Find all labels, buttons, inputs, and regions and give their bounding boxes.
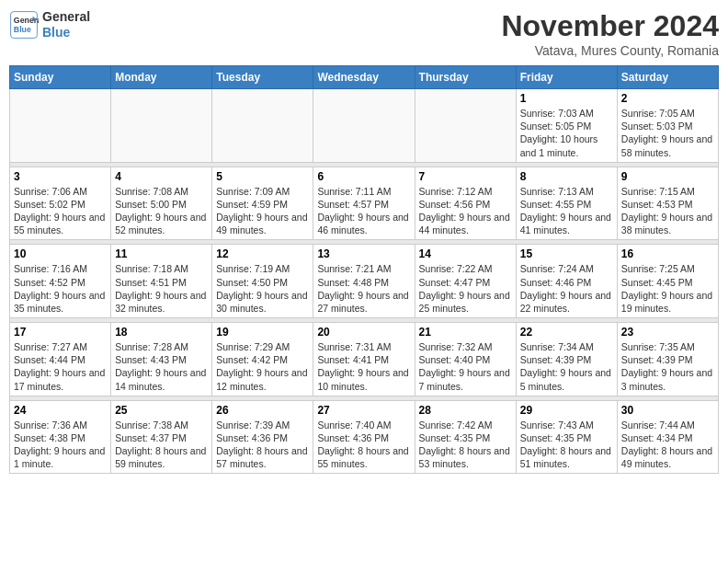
calendar-cell: 12Sunrise: 7:19 AMSunset: 4:50 PMDayligh… bbox=[212, 245, 313, 318]
day-number: 24 bbox=[14, 404, 107, 417]
day-info: Sunrise: 7:06 AMSunset: 5:02 PMDaylight:… bbox=[14, 185, 107, 237]
logo-general: General bbox=[42, 9, 90, 25]
calendar-cell: 14Sunrise: 7:22 AMSunset: 4:47 PMDayligh… bbox=[415, 245, 516, 318]
day-info: Sunrise: 7:34 AMSunset: 4:39 PMDaylight:… bbox=[520, 340, 613, 393]
header-friday: Friday bbox=[516, 66, 617, 89]
day-number: 28 bbox=[419, 404, 512, 417]
calendar-cell: 24Sunrise: 7:36 AMSunset: 4:38 PMDayligh… bbox=[10, 400, 111, 474]
day-number: 20 bbox=[317, 326, 410, 339]
calendar-cell: 9Sunrise: 7:15 AMSunset: 4:53 PMDaylight… bbox=[617, 167, 718, 240]
day-number: 23 bbox=[621, 326, 714, 339]
calendar-cell: 13Sunrise: 7:21 AMSunset: 4:48 PMDayligh… bbox=[313, 245, 415, 318]
calendar-cell: 26Sunrise: 7:39 AMSunset: 4:36 PMDayligh… bbox=[212, 400, 313, 474]
day-number: 13 bbox=[317, 247, 410, 260]
day-info: Sunrise: 7:12 AMSunset: 4:56 PMDaylight:… bbox=[419, 185, 512, 237]
day-number: 18 bbox=[115, 326, 208, 339]
calendar-cell bbox=[10, 89, 111, 163]
location-subtitle: Vatava, Mures County, Romania bbox=[501, 43, 719, 58]
logo-icon: General Blue bbox=[9, 10, 39, 40]
calendar-week-3: 10Sunrise: 7:16 AMSunset: 4:52 PMDayligh… bbox=[10, 245, 719, 318]
calendar-cell: 25Sunrise: 7:38 AMSunset: 4:37 PMDayligh… bbox=[111, 400, 212, 474]
svg-text:Blue: Blue bbox=[14, 25, 31, 34]
day-info: Sunrise: 7:15 AMSunset: 4:53 PMDaylight:… bbox=[621, 185, 714, 237]
day-number: 11 bbox=[115, 247, 208, 260]
calendar-cell: 22Sunrise: 7:34 AMSunset: 4:39 PMDayligh… bbox=[516, 323, 617, 396]
month-title: November 2024 bbox=[501, 9, 719, 43]
day-info: Sunrise: 7:42 AMSunset: 4:35 PMDaylight:… bbox=[419, 419, 512, 471]
calendar-cell: 5Sunrise: 7:09 AMSunset: 4:59 PMDaylight… bbox=[212, 167, 313, 240]
svg-text:General: General bbox=[14, 16, 39, 25]
logo: General Blue General Blue bbox=[9, 9, 90, 40]
day-number: 2 bbox=[621, 92, 714, 105]
calendar-cell: 18Sunrise: 7:28 AMSunset: 4:43 PMDayligh… bbox=[111, 323, 212, 396]
day-number: 19 bbox=[216, 326, 309, 339]
header-thursday: Thursday bbox=[415, 66, 516, 89]
calendar-week-4: 17Sunrise: 7:27 AMSunset: 4:44 PMDayligh… bbox=[10, 323, 719, 396]
calendar-cell: 28Sunrise: 7:42 AMSunset: 4:35 PMDayligh… bbox=[415, 400, 516, 474]
day-info: Sunrise: 7:19 AMSunset: 4:50 PMDaylight:… bbox=[216, 262, 309, 315]
day-info: Sunrise: 7:40 AMSunset: 4:36 PMDaylight:… bbox=[317, 419, 410, 471]
calendar-cell: 11Sunrise: 7:18 AMSunset: 4:51 PMDayligh… bbox=[111, 245, 212, 318]
calendar-week-5: 24Sunrise: 7:36 AMSunset: 4:38 PMDayligh… bbox=[10, 400, 719, 474]
header-sunday: Sunday bbox=[10, 66, 111, 89]
day-info: Sunrise: 7:38 AMSunset: 4:37 PMDaylight:… bbox=[115, 419, 208, 471]
day-info: Sunrise: 7:35 AMSunset: 4:39 PMDaylight:… bbox=[621, 340, 714, 393]
calendar-header-row: SundayMondayTuesdayWednesdayThursdayFrid… bbox=[10, 66, 719, 89]
page-header: General Blue General Blue November 2024 … bbox=[9, 9, 719, 58]
day-number: 12 bbox=[216, 247, 309, 260]
calendar-cell: 19Sunrise: 7:29 AMSunset: 4:42 PMDayligh… bbox=[212, 323, 313, 396]
calendar-cell bbox=[415, 89, 516, 163]
calendar-table: SundayMondayTuesdayWednesdayThursdayFrid… bbox=[9, 65, 719, 474]
calendar-cell: 7Sunrise: 7:12 AMSunset: 4:56 PMDaylight… bbox=[415, 167, 516, 240]
day-info: Sunrise: 7:31 AMSunset: 4:41 PMDaylight:… bbox=[317, 340, 410, 393]
header-tuesday: Tuesday bbox=[212, 66, 313, 89]
calendar-cell bbox=[111, 89, 212, 163]
calendar-cell: 6Sunrise: 7:11 AMSunset: 4:57 PMDaylight… bbox=[313, 167, 415, 240]
day-number: 17 bbox=[14, 326, 107, 339]
day-number: 22 bbox=[520, 326, 613, 339]
logo-blue: Blue bbox=[42, 25, 90, 40]
calendar-cell: 3Sunrise: 7:06 AMSunset: 5:02 PMDaylight… bbox=[10, 167, 111, 240]
calendar-cell: 16Sunrise: 7:25 AMSunset: 4:45 PMDayligh… bbox=[617, 245, 718, 318]
calendar-cell: 27Sunrise: 7:40 AMSunset: 4:36 PMDayligh… bbox=[313, 400, 415, 474]
day-number: 8 bbox=[520, 170, 613, 183]
calendar-cell: 17Sunrise: 7:27 AMSunset: 4:44 PMDayligh… bbox=[10, 323, 111, 396]
calendar-cell: 29Sunrise: 7:43 AMSunset: 4:35 PMDayligh… bbox=[516, 400, 617, 474]
calendar-cell: 20Sunrise: 7:31 AMSunset: 4:41 PMDayligh… bbox=[313, 323, 415, 396]
day-number: 10 bbox=[14, 247, 107, 260]
day-number: 14 bbox=[419, 247, 512, 260]
calendar-cell: 2Sunrise: 7:05 AMSunset: 5:03 PMDaylight… bbox=[617, 89, 718, 163]
day-number: 6 bbox=[317, 170, 410, 183]
day-number: 7 bbox=[419, 170, 512, 183]
calendar-cell: 30Sunrise: 7:44 AMSunset: 4:34 PMDayligh… bbox=[617, 400, 718, 474]
day-number: 25 bbox=[115, 404, 208, 417]
day-info: Sunrise: 7:39 AMSunset: 4:36 PMDaylight:… bbox=[216, 419, 309, 471]
day-number: 29 bbox=[520, 404, 613, 417]
day-number: 1 bbox=[520, 92, 613, 105]
calendar-week-1: 1Sunrise: 7:03 AMSunset: 5:05 PMDaylight… bbox=[10, 89, 719, 163]
day-number: 4 bbox=[115, 170, 208, 183]
calendar-cell: 4Sunrise: 7:08 AMSunset: 5:00 PMDaylight… bbox=[111, 167, 212, 240]
day-number: 5 bbox=[216, 170, 309, 183]
calendar-cell: 21Sunrise: 7:32 AMSunset: 4:40 PMDayligh… bbox=[415, 323, 516, 396]
day-info: Sunrise: 7:18 AMSunset: 4:51 PMDaylight:… bbox=[115, 262, 208, 315]
day-info: Sunrise: 7:11 AMSunset: 4:57 PMDaylight:… bbox=[317, 185, 410, 237]
day-info: Sunrise: 7:44 AMSunset: 4:34 PMDaylight:… bbox=[621, 419, 714, 471]
day-number: 3 bbox=[14, 170, 107, 183]
day-number: 16 bbox=[621, 247, 714, 260]
calendar-cell: 8Sunrise: 7:13 AMSunset: 4:55 PMDaylight… bbox=[516, 167, 617, 240]
title-area: November 2024 Vatava, Mures County, Roma… bbox=[501, 9, 719, 58]
calendar-cell: 23Sunrise: 7:35 AMSunset: 4:39 PMDayligh… bbox=[617, 323, 718, 396]
day-info: Sunrise: 7:03 AMSunset: 5:05 PMDaylight:… bbox=[520, 107, 613, 159]
day-info: Sunrise: 7:24 AMSunset: 4:46 PMDaylight:… bbox=[520, 262, 613, 315]
day-info: Sunrise: 7:08 AMSunset: 5:00 PMDaylight:… bbox=[115, 185, 208, 237]
calendar-week-2: 3Sunrise: 7:06 AMSunset: 5:02 PMDaylight… bbox=[10, 167, 719, 240]
day-info: Sunrise: 7:43 AMSunset: 4:35 PMDaylight:… bbox=[520, 419, 613, 471]
day-info: Sunrise: 7:05 AMSunset: 5:03 PMDaylight:… bbox=[621, 107, 714, 159]
day-info: Sunrise: 7:13 AMSunset: 4:55 PMDaylight:… bbox=[520, 185, 613, 237]
day-info: Sunrise: 7:27 AMSunset: 4:44 PMDaylight:… bbox=[14, 340, 107, 393]
calendar-cell bbox=[313, 89, 415, 163]
day-info: Sunrise: 7:29 AMSunset: 4:42 PMDaylight:… bbox=[216, 340, 309, 393]
calendar-cell: 10Sunrise: 7:16 AMSunset: 4:52 PMDayligh… bbox=[10, 245, 111, 318]
day-number: 15 bbox=[520, 247, 613, 260]
